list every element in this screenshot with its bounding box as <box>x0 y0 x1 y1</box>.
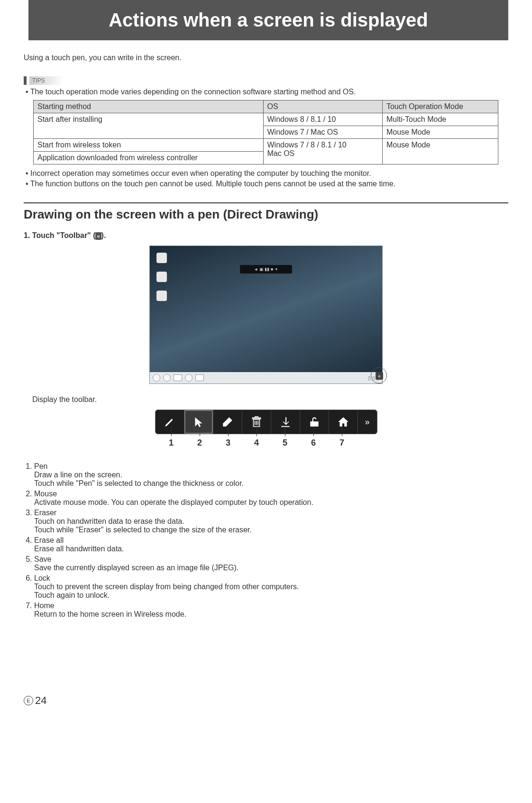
taskbar: ▯ ▯ ▯ <box>150 372 382 383</box>
tool-item-pen: Pen Draw a line on the screen. Touch whi… <box>34 462 508 488</box>
tips-intro: The touch operation mode varies dependin… <box>26 88 508 96</box>
tool-name: Home <box>34 602 55 610</box>
taskbar-icon <box>195 374 204 381</box>
pen-tool[interactable] <box>156 410 184 434</box>
td-os-all: Windows 7 / 8 / 8.1 / 10 Mac OS <box>263 139 382 164</box>
td-start-after-installing: Start after installing <box>34 113 264 139</box>
eraser-icon <box>221 416 234 428</box>
home-tool[interactable] <box>329 410 358 434</box>
tool-item-mouse: Mouse Activate mouse mode. You can opera… <box>34 490 508 507</box>
tool-item-lock: Lock Touch to prevent the screen display… <box>34 574 508 600</box>
tool-desc: Activate mouse mode. You can operate the… <box>34 498 508 507</box>
tips-label: TIPS <box>29 76 64 85</box>
step-1-prefix: 1. Touch "Toolbar" ( <box>24 231 95 239</box>
tool-item-erase-all: Erase all Erase all handwritten data. <box>34 536 508 553</box>
tool-desc: Return to the home screen in Wireless mo… <box>34 610 508 619</box>
td-start-wireless-token: Start from wireless token <box>34 139 264 152</box>
tool-name: Lock <box>34 574 50 582</box>
home-icon <box>337 416 349 428</box>
tool-name: Pen <box>34 462 47 470</box>
lock-tool[interactable] <box>300 410 329 434</box>
th-touch-mode: Touch Operation Mode <box>382 100 498 113</box>
section-separator <box>24 202 508 203</box>
tool-desc: Erase all handwritten data. <box>34 545 508 553</box>
intro-text: Using a touch pen, you can write in the … <box>24 54 508 62</box>
pen-icon <box>164 416 176 428</box>
tool-desc: Draw a line on the screen. Touch while "… <box>34 471 508 488</box>
td-mode-mouse1: Mouse Mode <box>382 126 498 139</box>
cursor-icon <box>193 416 205 428</box>
tool-item-save: Save Save the currently displayed screen… <box>34 555 508 572</box>
step-1-suffix: ). <box>101 231 106 239</box>
tool-desc: Touch to prevent the screen display from… <box>34 583 508 600</box>
num-2: 2 <box>185 438 214 448</box>
toolbar-number-row: 1 2 3 4 5 6 7 <box>157 438 375 448</box>
th-os: OS <box>263 100 382 113</box>
chevron-right-icon: » <box>365 417 369 427</box>
tool-descriptions: Pen Draw a line on the screen. Touch whi… <box>24 462 508 619</box>
num-3: 3 <box>214 438 242 448</box>
td-os-win8: Windows 8 / 8.1 / 10 <box>263 113 382 126</box>
step-1: 1. Touch "Toolbar" («). <box>24 231 508 240</box>
td-os-win7mac: Windows 7 / Mac OS <box>263 126 382 139</box>
td-app-downloaded: Application downloaded from wireless con… <box>34 152 264 164</box>
floating-control-bar: ◄ ▣ ▮▮ ■ ✦ <box>240 265 292 274</box>
drawing-toolbar: » <box>155 410 377 434</box>
tool-name: Erase all <box>34 536 64 544</box>
page-number-prefix: E <box>24 696 33 705</box>
page-number-value: 24 <box>35 694 46 707</box>
num-5: 5 <box>271 438 299 448</box>
eraser-tool[interactable] <box>213 410 242 434</box>
toolbar-expand-icon: « <box>95 232 101 240</box>
taskbar-icon <box>185 374 193 382</box>
display-toolbar-text: Display the toolbar. <box>32 395 508 404</box>
page-number: E 24 <box>24 694 508 707</box>
tool-name: Save <box>34 555 51 563</box>
start-button-icon <box>153 374 160 382</box>
mouse-tool[interactable] <box>184 410 213 434</box>
toolbar-handle-icon: « <box>376 372 383 380</box>
collapse-toolbar[interactable]: » <box>358 410 377 434</box>
num-6: 6 <box>299 438 328 448</box>
desktop-icon <box>156 253 167 263</box>
tool-desc: Touch on handwritten data to erase the d… <box>34 517 508 534</box>
desktop-icon <box>156 291 167 301</box>
desktop-screenshot: ◄ ▣ ▮▮ ■ ✦ ▯ ▯ ▯ « <box>149 246 383 384</box>
tool-item-home: Home Return to the home screen in Wirele… <box>34 602 508 619</box>
taskbar-icon <box>174 374 182 381</box>
th-starting-method: Starting method <box>34 100 264 113</box>
num-7: 7 <box>328 438 356 448</box>
num-1: 1 <box>157 438 185 448</box>
tips-bullet-1: Incorrect operation may sometimes occur … <box>26 169 508 178</box>
unlock-icon <box>308 416 321 428</box>
tips-accent <box>24 76 27 85</box>
td-mode-mouse2: Mouse Mode <box>382 139 498 164</box>
save-tool[interactable] <box>271 410 300 434</box>
td-mode-multitouch: Multi-Touch Mode <box>382 113 498 126</box>
num-4: 4 <box>242 438 271 448</box>
taskbar-icon <box>163 374 171 382</box>
section-title: Drawing on the screen with a pen (Direct… <box>24 207 508 222</box>
tips-bullet-2: The function buttons on the touch pen ca… <box>26 180 508 188</box>
mode-table: Starting method OS Touch Operation Mode … <box>33 100 498 164</box>
tool-name: Mouse <box>34 490 57 498</box>
tool-desc: Save the currently displayed screen as a… <box>34 564 508 572</box>
tool-item-eraser: Eraser Touch on handwritten data to eras… <box>34 509 508 534</box>
desktop-icon <box>156 272 167 282</box>
page-title: Actions when a screen is displayed <box>28 0 508 40</box>
tool-name: Eraser <box>34 509 56 517</box>
